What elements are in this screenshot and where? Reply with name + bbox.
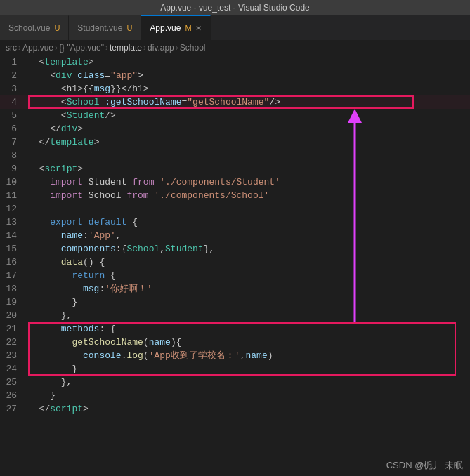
- editor: 1 <template>2 <div class="app">3 <h1>{{m…: [0, 55, 470, 416]
- breadcrumb-school: School: [180, 43, 206, 53]
- line-content-2: <div class="app">: [28, 69, 470, 82]
- line-number-13: 13: [0, 217, 28, 227]
- tab-app-label: App.vue: [150, 23, 181, 33]
- line-content-3: <h1>{{msg}}</h1>: [28, 82, 470, 95]
- line-content-7: </template>: [28, 135, 470, 149]
- line-27: 27 </script>: [0, 402, 470, 416]
- tab-student-label: Student.vue: [77, 23, 122, 33]
- line-15: 15 components:{School,Student},: [0, 242, 470, 256]
- line-content-5: <Student/>: [28, 109, 470, 122]
- line-content-4: <School :getSchoolName="getSchoolName"/>: [28, 95, 470, 109]
- breadcrumb-template: template: [110, 43, 142, 53]
- tab-student[interactable]: Student.vue U: [69, 15, 141, 40]
- line-content-1: <template>: [28, 55, 470, 69]
- line-number-25: 25: [0, 377, 28, 388]
- line-5: 5 <Student/>: [0, 109, 470, 122]
- tab-school-label: School.vue: [8, 23, 50, 33]
- line-content-24: }: [28, 362, 470, 376]
- line-9: 9 <script>: [0, 162, 470, 176]
- line-content-9: <script>: [28, 162, 470, 176]
- line-content-22: getSchoolName(name){: [28, 336, 470, 349]
- line-content-15: components:{School,Student},: [28, 242, 470, 256]
- line-content-21: methods: {: [28, 322, 470, 336]
- breadcrumb-src: src: [6, 43, 17, 53]
- line-number-2: 2: [0, 70, 28, 81]
- line-number-14: 14: [0, 230, 28, 241]
- line-6: 6 </div>: [0, 122, 470, 135]
- line-content-8: [28, 149, 470, 162]
- line-25: 25 },: [0, 376, 470, 389]
- line-4: 4 <School :getSchoolName="getSchoolName"…: [0, 95, 470, 109]
- line-content-11: import School from './components/School': [28, 189, 470, 202]
- line-19: 19 }: [0, 296, 470, 309]
- titlebar: App.vue - vue_test - Visual Studio Code: [0, 0, 470, 15]
- watermark: CSDN @栀丿 未眠: [386, 459, 463, 472]
- breadcrumb-divapp: div.app: [148, 43, 174, 53]
- line-content-12: [28, 202, 470, 216]
- tab-student-modifier: U: [126, 24, 132, 32]
- line-content-13: export default {: [28, 216, 470, 229]
- line-14: 14 name:'App',: [0, 229, 470, 242]
- line-26: 26 }: [0, 389, 470, 402]
- line-number-17: 17: [0, 270, 28, 281]
- line-23: 23 console.log('App收到了学校名：',name): [0, 349, 470, 362]
- line-content-17: return {: [28, 269, 470, 282]
- line-number-8: 8: [0, 150, 28, 161]
- line-number-12: 12: [0, 204, 28, 214]
- titlebar-text: App.vue - vue_test - Visual Studio Code: [160, 3, 310, 13]
- line-number-22: 22: [0, 337, 28, 348]
- line-content-6: </div>: [28, 122, 470, 135]
- line-number-11: 11: [0, 190, 28, 201]
- line-content-26: }: [28, 389, 470, 402]
- line-20: 20 },: [0, 309, 470, 322]
- line-number-19: 19: [0, 297, 28, 308]
- line-number-21: 21: [0, 324, 28, 334]
- line-10: 10 import Student from './components/Stu…: [0, 176, 470, 189]
- line-1: 1 <template>: [0, 55, 470, 69]
- line-number-6: 6: [0, 124, 28, 134]
- line-content-19: }: [28, 296, 470, 309]
- line-number-5: 5: [0, 110, 28, 121]
- line-number-16: 16: [0, 257, 28, 267]
- line-content-20: },: [28, 309, 470, 322]
- line-3: 3 <h1>{{msg}}</h1>: [0, 82, 470, 95]
- line-number-4: 4: [0, 97, 28, 107]
- line-number-3: 3: [0, 84, 28, 94]
- line-22: 22 getSchoolName(name){: [0, 336, 470, 349]
- line-number-15: 15: [0, 244, 28, 254]
- tab-school-modifier: U: [54, 24, 60, 32]
- line-number-18: 18: [0, 284, 28, 294]
- line-12: 12: [0, 202, 470, 216]
- tab-school[interactable]: School.vue U: [0, 15, 69, 40]
- line-2: 2 <div class="app">: [0, 69, 470, 82]
- breadcrumb: src › App.vue › {} "App.vue" › template …: [0, 40, 470, 55]
- line-7: 7 </template>: [0, 135, 470, 149]
- line-13: 13 export default {: [0, 216, 470, 229]
- line-21: 21 methods: {: [0, 322, 470, 336]
- line-number-7: 7: [0, 137, 28, 147]
- line-number-20: 20: [0, 310, 28, 321]
- breadcrumb-obj: {} "App.vue": [59, 43, 104, 53]
- line-number-24: 24: [0, 364, 28, 374]
- line-content-18: msg:'你好啊！': [28, 282, 470, 296]
- line-number-10: 10: [0, 177, 28, 187]
- line-17: 17 return {: [0, 269, 470, 282]
- line-content-14: name:'App',: [28, 229, 470, 242]
- line-11: 11 import School from './components/Scho…: [0, 189, 470, 202]
- line-number-23: 23: [0, 350, 28, 361]
- line-content-25: },: [28, 376, 470, 389]
- line-18: 18 msg:'你好啊！': [0, 282, 470, 296]
- line-content-10: import Student from './components/Studen…: [28, 176, 470, 189]
- line-content-16: data() {: [28, 256, 470, 269]
- close-icon[interactable]: ×: [196, 22, 202, 34]
- breadcrumb-appvue: App.vue: [22, 43, 53, 53]
- line-content-27: </script>: [28, 402, 470, 416]
- tab-app[interactable]: App.vue M ×: [141, 15, 210, 40]
- line-number-1: 1: [0, 57, 28, 67]
- line-16: 16 data() {: [0, 256, 470, 269]
- tabbar: School.vue U Student.vue U App.vue M ×: [0, 15, 470, 40]
- tab-app-modifier: M: [185, 24, 191, 32]
- line-24: 24 }: [0, 362, 470, 376]
- line-8: 8: [0, 149, 470, 162]
- line-number-26: 26: [0, 390, 28, 401]
